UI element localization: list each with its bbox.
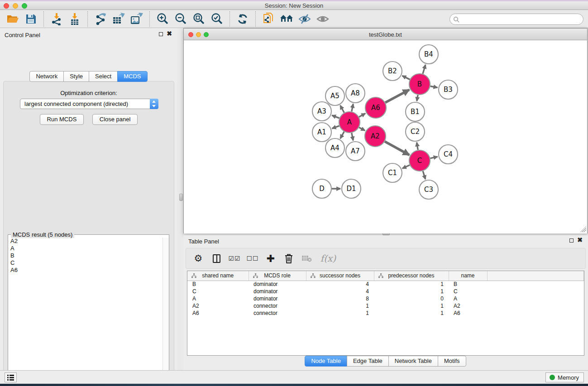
cell-MCDS-role[interactable]: connector — [249, 302, 306, 310]
export-network-icon[interactable] — [91, 11, 110, 27]
task-history-button[interactable] — [5, 372, 17, 382]
cell-predecessor-nodes[interactable]: 1 — [374, 302, 449, 310]
cell-successor-nodes[interactable]: 4 — [306, 288, 374, 295]
export-image-icon[interactable] — [128, 11, 146, 27]
cell-MCDS-role[interactable]: dominator — [249, 281, 306, 288]
zoom-out-icon[interactable] — [172, 11, 190, 27]
close-table-panel-icon[interactable]: ✖ — [577, 238, 583, 243]
edge-A-A6[interactable] — [359, 114, 365, 117]
cell-predecessor-nodes[interactable]: 0 — [374, 295, 449, 302]
cell-predecessor-nodes[interactable]: 1 — [374, 288, 449, 295]
edge-A-A7[interactable] — [352, 133, 353, 141]
import-network-icon[interactable] — [48, 11, 66, 27]
mcds-result-item[interactable]: A2 — [9, 238, 162, 245]
cell-name[interactable]: A6 — [449, 310, 487, 317]
delete-table-icon[interactable] — [301, 252, 313, 265]
zoom-in-icon[interactable] — [153, 11, 172, 27]
zoom-selected-icon[interactable] — [208, 11, 226, 27]
edge-A-A3[interactable] — [332, 115, 339, 118]
mcds-result-item[interactable]: A — [9, 245, 162, 252]
refresh-icon[interactable] — [234, 11, 252, 27]
edge-B-B3[interactable] — [430, 86, 438, 88]
mcds-result-item[interactable]: B — [9, 252, 162, 259]
deselect-all-columns-icon[interactable]: ☐☐ — [247, 252, 258, 265]
network-canvas[interactable]: A5A8A6A3AA1A4A7A2B2B4BB3B1C2C4CC1C3DD1 — [184, 40, 587, 234]
cell-successor-nodes[interactable]: 1 — [306, 302, 374, 310]
edge-C-C1[interactable] — [402, 165, 410, 168]
cell-shared-name[interactable]: A2 — [187, 302, 249, 310]
search-input[interactable] — [459, 15, 583, 24]
cell-name[interactable]: C — [449, 288, 487, 295]
edge-B-B4[interactable] — [423, 65, 425, 74]
delete-trash-icon[interactable] — [283, 252, 295, 265]
edge-B-B1[interactable] — [417, 95, 418, 101]
node-table[interactable]: shared nameMCDS rolesuccessor nodesprede… — [187, 271, 584, 356]
export-table-icon[interactable] — [110, 11, 128, 27]
edge-C-C3[interactable] — [423, 171, 425, 179]
tab-mcds[interactable]: MCDS — [117, 71, 147, 82]
criterion-dropdown[interactable]: largest connected component (directed) — [20, 99, 158, 109]
column-header-MCDS-role[interactable]: MCDS role — [249, 271, 306, 281]
search-field[interactable] — [449, 14, 583, 25]
mcds-result-item[interactable]: C — [9, 259, 162, 267]
home-network-icon[interactable] — [277, 11, 296, 27]
tab-network-table[interactable]: Network Table — [388, 356, 438, 367]
edge-C-C2[interactable] — [417, 143, 418, 150]
tab-motifs[interactable]: Motifs — [438, 356, 466, 367]
cell-name[interactable]: A2 — [449, 302, 487, 310]
window-resize-grip[interactable] — [580, 226, 586, 232]
edge-A-A2[interactable] — [359, 128, 365, 131]
add-column-plus-icon[interactable]: ✚ — [265, 252, 277, 265]
cell-successor-nodes[interactable]: 1 — [306, 310, 374, 317]
table-row[interactable]: Bdominator41B — [187, 281, 584, 288]
memory-button[interactable]: Memory — [545, 372, 584, 382]
select-all-columns-icon[interactable]: ☑☑ — [229, 252, 240, 265]
table-row[interactable]: Cdominator41C — [187, 288, 584, 295]
show-graphics-eye-icon[interactable] — [314, 11, 332, 27]
cell-predecessor-nodes[interactable]: 1 — [374, 310, 449, 317]
close-panel-icon[interactable]: ✖ — [167, 31, 172, 36]
tab-style[interactable]: Style — [63, 71, 89, 82]
edge-B-B2[interactable] — [402, 76, 410, 79]
split-columns-icon[interactable] — [210, 252, 222, 265]
cell-predecessor-nodes[interactable]: 1 — [374, 281, 449, 288]
tab-network[interactable]: Network — [29, 71, 64, 82]
save-icon[interactable] — [22, 11, 40, 27]
edge-A-A4[interactable] — [340, 132, 344, 138]
edge-C-C4[interactable] — [430, 157, 437, 158]
tab-node-table[interactable]: Node Table — [305, 356, 347, 367]
edge-A-A5[interactable] — [340, 105, 344, 113]
cell-MCDS-role[interactable]: connector — [249, 310, 306, 317]
cell-MCDS-role[interactable]: dominator — [249, 295, 306, 302]
cell-name[interactable]: B — [449, 281, 487, 288]
cell-MCDS-role[interactable]: dominator — [249, 288, 306, 295]
import-table-icon[interactable] — [66, 11, 84, 27]
function-builder-icon[interactable]: f(x) — [319, 252, 337, 265]
float-table-panel-icon[interactable] — [569, 238, 574, 243]
table-row[interactable]: A6connector11A6 — [187, 310, 584, 317]
column-header-shared-name[interactable]: shared name — [187, 271, 249, 281]
mcds-result-item[interactable]: A6 — [9, 267, 162, 274]
table-row[interactable]: Adominator80A — [187, 295, 584, 302]
cell-shared-name[interactable]: A6 — [187, 310, 249, 317]
close-panel-button[interactable]: Close panel — [92, 114, 138, 125]
copy-network-icon[interactable] — [259, 11, 277, 27]
mcds-result-list[interactable]: A2ABCA6 — [9, 238, 162, 386]
hide-unhide-icon[interactable] — [296, 11, 314, 27]
table-row[interactable]: A2connector11A2 — [187, 302, 584, 310]
cell-shared-name[interactable]: B — [187, 281, 249, 288]
cell-successor-nodes[interactable]: 8 — [306, 295, 374, 302]
cell-name[interactable]: A — [449, 295, 487, 302]
vertical-splitter-grip[interactable] — [179, 194, 183, 201]
column-header-successor-nodes[interactable]: successor nodes — [306, 271, 374, 281]
edge-A-A1[interactable] — [332, 126, 339, 129]
column-header-name[interactable]: name — [449, 271, 487, 281]
run-mcds-button[interactable]: Run MCDS — [40, 114, 84, 125]
cell-successor-nodes[interactable]: 4 — [306, 281, 374, 288]
result-scrollbar[interactable] — [163, 238, 169, 386]
cell-shared-name[interactable]: C — [187, 288, 249, 295]
table-settings-gear-icon[interactable]: ⚙ — [192, 252, 204, 265]
column-header-predecessor-nodes[interactable]: predecessor nodes — [374, 271, 449, 281]
edge-A2-C[interactable] — [385, 142, 409, 155]
tab-edge-table[interactable]: Edge Table — [347, 356, 389, 367]
